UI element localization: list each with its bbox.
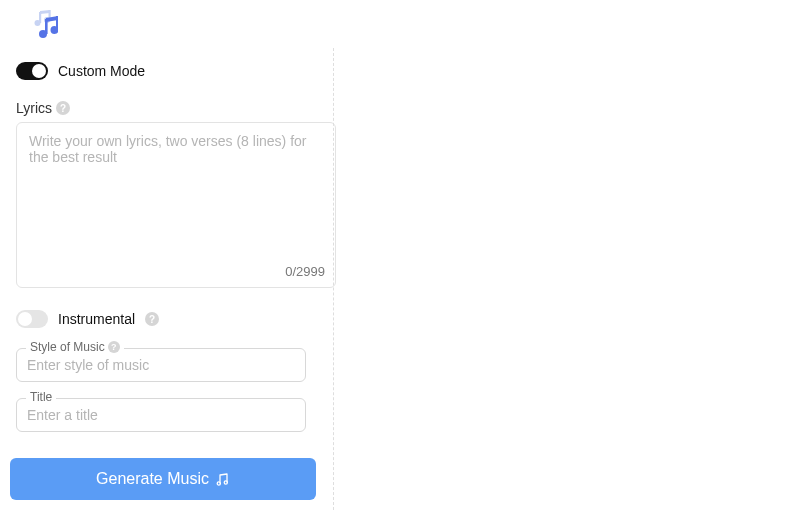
style-label: Style of Music ? xyxy=(26,340,124,354)
lyrics-box: 0/2999 xyxy=(16,122,336,288)
title-input[interactable] xyxy=(16,398,306,432)
help-icon[interactable]: ? xyxy=(56,101,70,115)
svg-point-8 xyxy=(217,481,220,484)
generate-music-button[interactable]: Generate Music xyxy=(10,458,316,500)
generate-button-label: Generate Music xyxy=(96,470,209,488)
custom-mode-toggle[interactable] xyxy=(16,62,48,80)
instrumental-label: Instrumental xyxy=(58,311,135,327)
custom-mode-label: Custom Mode xyxy=(58,63,145,79)
instrumental-toggle[interactable] xyxy=(16,310,48,328)
lyrics-label: Lyrics ? xyxy=(16,100,317,116)
music-note-icon xyxy=(215,472,230,487)
svg-point-2 xyxy=(35,20,41,26)
svg-point-6 xyxy=(39,30,47,38)
svg-point-9 xyxy=(224,480,227,483)
help-icon[interactable]: ? xyxy=(145,312,159,326)
app-logo-music-notes-icon xyxy=(22,10,317,44)
lyrics-counter: 0/2999 xyxy=(285,264,325,279)
vertical-divider xyxy=(333,48,334,510)
lyrics-textarea[interactable] xyxy=(17,123,335,258)
title-label: Title xyxy=(26,390,56,404)
help-icon[interactable]: ? xyxy=(108,341,120,353)
svg-point-7 xyxy=(51,26,59,34)
